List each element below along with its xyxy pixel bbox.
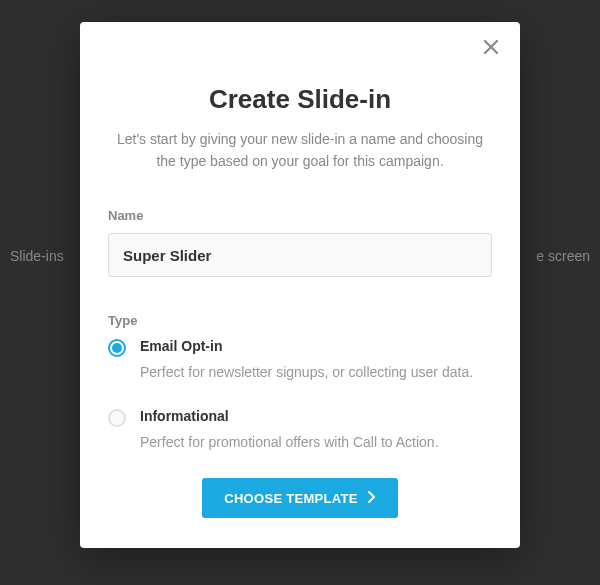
chevron-right-icon — [368, 491, 376, 506]
radio-unselected-icon — [108, 409, 126, 427]
name-field-group: Name — [108, 208, 492, 277]
modal-subtitle: Let's start by giving your new slide-in … — [108, 129, 492, 172]
type-option-text: Email Opt-in Perfect for newsletter sign… — [140, 338, 492, 380]
type-option-label: Email Opt-in — [140, 338, 492, 354]
name-label: Name — [108, 208, 492, 223]
type-option-email-optin[interactable]: Email Opt-in Perfect for newsletter sign… — [108, 338, 492, 380]
close-button[interactable] — [480, 36, 502, 58]
radio-selected-icon — [108, 339, 126, 357]
button-label: CHOOSE TEMPLATE — [224, 491, 358, 506]
type-label: Type — [108, 313, 492, 328]
type-option-informational[interactable]: Informational Perfect for promotional of… — [108, 408, 492, 450]
choose-template-button[interactable]: CHOOSE TEMPLATE — [202, 478, 398, 518]
modal-actions: CHOOSE TEMPLATE — [108, 478, 492, 518]
type-option-text: Informational Perfect for promotional of… — [140, 408, 492, 450]
name-input[interactable] — [108, 233, 492, 277]
close-icon — [484, 40, 498, 54]
create-slidein-modal: Create Slide-in Let's start by giving yo… — [80, 22, 520, 548]
type-option-description: Perfect for promotional offers with Call… — [140, 434, 492, 450]
type-field-group: Type Email Opt-in Perfect for newsletter… — [108, 313, 492, 450]
modal-title: Create Slide-in — [108, 84, 492, 115]
type-option-description: Perfect for newsletter signups, or colle… — [140, 364, 492, 380]
type-option-label: Informational — [140, 408, 492, 424]
